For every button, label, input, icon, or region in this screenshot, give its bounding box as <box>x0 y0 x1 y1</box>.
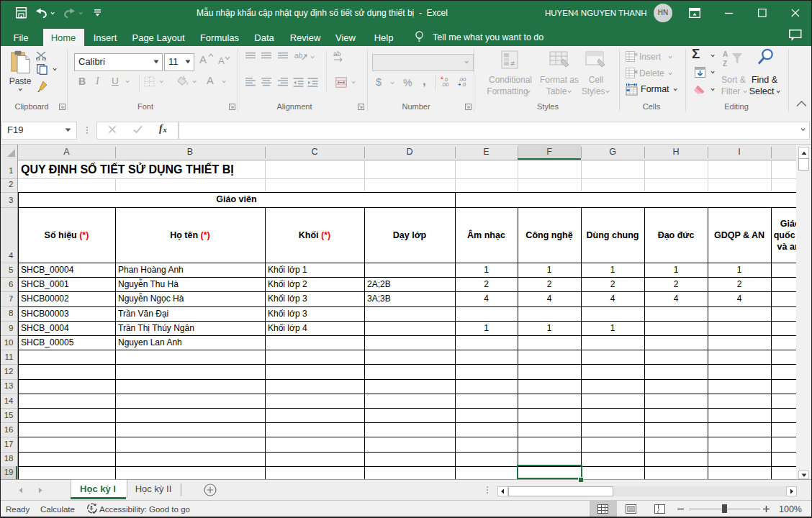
svg-text:A: A <box>723 50 728 58</box>
svg-text:Z: Z <box>723 60 727 68</box>
svg-text:≠: ≠ <box>510 59 515 68</box>
svg-text:ab: ab <box>333 50 341 58</box>
svg-text:ab: ab <box>294 52 303 60</box>
